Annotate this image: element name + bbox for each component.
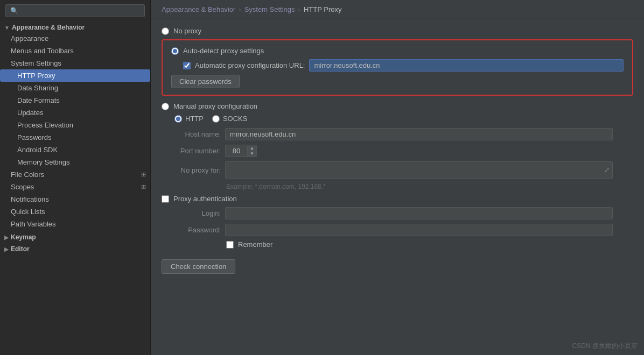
sidebar-section-appearance-behavior[interactable]: ▼ Appearance & Behavior [0,22,150,32]
sidebar: ▼ Appearance & Behavior Appearance Menus… [0,0,151,355]
http-option: HTTP [174,115,204,123]
breadcrumb-item-1[interactable]: Appearance & Behavior [162,5,235,13]
arrow-icon-keymap: ▶ [4,235,9,240]
manual-proxy-row: Manual proxy configuration [162,102,633,110]
login-row: Login: [162,207,633,219]
breadcrumb-item-2[interactable]: System Settings [244,5,295,13]
breadcrumb-item-3: HTTP Proxy [304,5,342,13]
password-input[interactable] [225,224,613,236]
port-spinner: ▲ ▼ [247,146,256,157]
port-value: 80 [226,145,247,157]
clear-passwords-button[interactable]: Clear passwords [171,75,240,88]
manual-proxy-label: Manual proxy configuration [173,102,257,110]
port-number-row: Port number: 80 ▲ ▼ [162,145,633,157]
sidebar-section-editor[interactable]: ▶ Editor [0,243,150,254]
auto-config-url-label: Automatic proxy configuration URL: [195,61,305,69]
sidebar-group-editor: ▶ Editor [0,243,150,254]
socks-label: SOCKS [223,115,248,123]
sidebar-item-quick-lists[interactable]: Quick Lists [0,205,150,218]
sidebar-section-label: Appearance & Behavior [12,24,85,31]
sidebar-item-appearance[interactable]: Appearance [0,32,150,45]
breadcrumb-separator-1: › [239,5,241,13]
no-proxy-for-input[interactable] [225,161,613,179]
sidebar-item-notifications[interactable]: Notifications [0,193,150,205]
host-name-input[interactable] [225,128,613,140]
sidebar-group-keymap: ▶ Keymap [0,231,150,242]
sidebar-item-date-formats[interactable]: Date Formats [0,94,150,106]
password-label: Password: [162,226,221,234]
main-content: Appearance & Behavior › System Settings … [151,0,644,355]
arrow-icon: ▼ [4,25,10,31]
remember-row: Remember [226,240,633,248]
sidebar-item-file-colors[interactable]: File Colors ⊞ [0,168,150,181]
sidebar-item-memory-settings[interactable]: Memory Settings [0,156,150,168]
sidebar-item-updates[interactable]: Updates [0,106,150,119]
settings-icon: ⊞ [141,171,146,178]
port-up-button[interactable]: ▲ [248,146,256,151]
proxy-auth-row: Proxy authentication [162,195,633,203]
no-proxy-radio[interactable] [162,27,169,35]
arrow-icon-editor: ▶ [4,246,9,252]
protocol-row: HTTP SOCKS [174,115,633,123]
breadcrumb: Appearance & Behavior › System Settings … [151,0,644,18]
auto-detect-label: Auto-detect proxy settings [183,47,264,55]
no-proxy-label: No proxy [173,27,201,35]
sidebar-item-path-variables[interactable]: Path Variables [0,218,150,230]
socks-radio[interactable] [212,115,220,123]
no-proxy-for-row: No proxy for: ⤢ [162,161,633,179]
sidebar-item-android-sdk[interactable]: Android SDK [0,144,150,156]
example-hint: Example: *.domain.com, 192.168.* [226,183,633,190]
login-label: Login: [162,209,221,217]
content-area: No proxy Auto-detect proxy settings Auto… [151,18,644,355]
password-row: Password: [162,224,633,236]
no-proxy-for-label: No proxy for: [162,166,221,174]
host-name-row: Host name: [162,128,633,140]
auto-detect-radio[interactable] [171,47,179,55]
breadcrumb-separator-2: › [298,5,300,13]
manual-proxy-section: Manual proxy configuration HTTP SOCKS Ho… [162,102,633,248]
settings-icon-2: ⊞ [141,183,146,190]
auto-config-checkbox[interactable] [183,62,191,69]
socks-option: SOCKS [212,115,248,123]
auto-config-url-row: Automatic proxy configuration URL: [183,59,624,72]
remember-label: Remember [238,240,272,248]
proxy-auth-checkbox[interactable] [162,195,169,203]
remember-checkbox[interactable] [226,241,234,248]
sidebar-item-system-settings[interactable]: System Settings [0,57,150,69]
auto-detect-section: Auto-detect proxy settings Automatic pro… [162,39,633,96]
sidebar-item-http-proxy[interactable]: HTTP Proxy [0,69,150,82]
host-name-label: Host name: [162,130,221,138]
http-radio[interactable] [174,115,182,123]
login-input[interactable] [225,207,613,219]
port-container: 80 ▲ ▼ [225,145,257,157]
port-number-label: Port number: [162,147,221,155]
http-label: HTTP [185,115,204,123]
sidebar-group-appearance-behavior: ▼ Appearance & Behavior Appearance Menus… [0,22,150,230]
manual-proxy-radio[interactable] [162,103,169,110]
check-connection-button[interactable]: Check connection [162,259,235,274]
no-proxy-row: No proxy [162,27,633,35]
proxy-auth-section: Proxy authentication Login: Password: Re… [162,195,633,248]
auto-config-url-input[interactable] [309,59,624,72]
sidebar-item-menus-toolbars[interactable]: Menus and Toolbars [0,45,150,57]
expand-icon: ⤢ [604,166,610,174]
sidebar-item-passwords[interactable]: Passwords [0,131,150,144]
no-proxy-for-container: ⤢ [225,161,613,179]
auto-detect-row: Auto-detect proxy settings [171,47,624,55]
port-down-button[interactable]: ▼ [248,151,256,157]
sidebar-item-data-sharing[interactable]: Data Sharing [0,82,150,94]
search-input[interactable] [5,4,145,17]
proxy-auth-label: Proxy authentication [173,195,237,203]
sidebar-section-keymap[interactable]: ▶ Keymap [0,231,150,242]
sidebar-item-scopes[interactable]: Scopes ⊞ [0,181,150,193]
footer-credit: CSDN @执拗的小豆芽 [572,342,638,351]
sidebar-item-process-elevation[interactable]: Process Elevation [0,119,150,131]
